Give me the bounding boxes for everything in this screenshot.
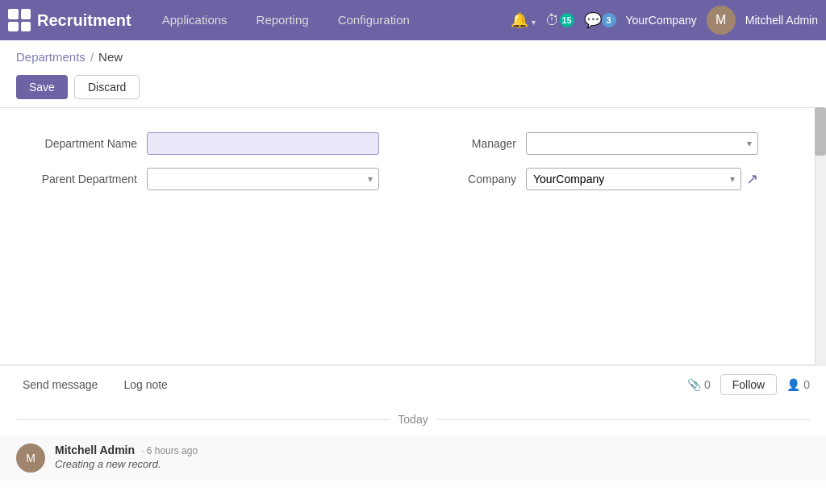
- menu-item-configuration[interactable]: Configuration: [323, 0, 424, 40]
- parent-department-label: Parent Department: [32, 173, 137, 185]
- vertical-scrollbar[interactable]: [815, 107, 826, 365]
- clock-badge[interactable]: ⏱ 15: [545, 12, 574, 29]
- attachments-count: 0: [704, 378, 711, 391]
- avatar[interactable]: M: [707, 6, 736, 35]
- followers-count-group: 👤 0: [786, 378, 810, 391]
- breadcrumb-current: New: [98, 50, 123, 64]
- message-avatar-initials: M: [26, 452, 35, 464]
- notifications-bell[interactable]: 🔔 ▾: [511, 11, 536, 29]
- app-title: Recruitment: [37, 11, 131, 30]
- form-grid: Department Name Parent Department ▾: [32, 132, 758, 190]
- breadcrumb-parent[interactable]: Departments: [16, 50, 86, 64]
- breadcrumb: Departments / New: [0, 40, 826, 70]
- log-note-button[interactable]: Log note: [117, 375, 174, 394]
- message-time: · 6 hours ago: [141, 445, 198, 456]
- messages-list: M Mitchell Admin · 6 hours ago Creating …: [0, 435, 826, 481]
- parent-department-row: Parent Department ▾: [32, 168, 379, 190]
- chat-count: 3: [602, 13, 616, 27]
- manager-select-wrap: ▾: [526, 132, 758, 155]
- paperclip-icon: 📎: [687, 378, 701, 391]
- message-header: Mitchell Admin · 6 hours ago: [55, 444, 810, 456]
- today-divider: Today: [0, 403, 826, 435]
- bell-icon: 🔔: [511, 12, 528, 28]
- message-item: M Mitchell Admin · 6 hours ago Creating …: [0, 435, 826, 481]
- company-row: Company YourCompany ▾ ↗: [411, 168, 758, 190]
- department-name-row: Department Name: [32, 132, 379, 155]
- today-label: Today: [398, 413, 428, 426]
- user-name[interactable]: Mitchell Admin: [745, 14, 818, 27]
- chatter-right: 📎 0 Follow 👤 0: [687, 374, 810, 395]
- company-label: Company: [411, 173, 516, 185]
- message-avatar: M: [16, 444, 45, 473]
- nav-right: 🔔 ▾ ⏱ 15 💬 3 YourCompany M Mitchell Admi…: [511, 6, 818, 35]
- main-menu: Applications Reporting Configuration: [148, 0, 511, 40]
- person-icon: 👤: [786, 378, 800, 391]
- company-selector[interactable]: YourCompany: [626, 14, 697, 27]
- department-name-input[interactable]: [147, 132, 379, 155]
- message-author: Mitchell Admin: [55, 444, 135, 456]
- action-bar: Save Discard: [0, 70, 826, 107]
- chat-icon: 💬: [584, 11, 602, 29]
- parent-department-select[interactable]: [147, 168, 379, 190]
- company-field-group: YourCompany ▾ ↗: [526, 168, 758, 190]
- followers-count: 0: [803, 378, 810, 391]
- save-button[interactable]: Save: [16, 75, 68, 99]
- discard-button[interactable]: Discard: [74, 75, 140, 99]
- scrollbar-thumb[interactable]: [815, 107, 826, 156]
- app-logo[interactable]: Recruitment: [8, 9, 131, 31]
- chat-badge[interactable]: 💬 3: [584, 11, 616, 29]
- clock-count: 15: [560, 13, 574, 27]
- attachments-count-group: 📎 0: [687, 378, 711, 391]
- message-text: Creating a new record.: [55, 458, 810, 470]
- manager-row: Manager ▾: [411, 132, 758, 155]
- form-area: Department Name Parent Department ▾: [0, 107, 826, 365]
- company-select[interactable]: YourCompany: [526, 168, 741, 190]
- menu-item-applications[interactable]: Applications: [148, 0, 242, 40]
- menu-item-reporting[interactable]: Reporting: [242, 0, 323, 40]
- avatar-initials: M: [715, 13, 726, 27]
- breadcrumb-separator: /: [90, 50, 94, 64]
- divider-line-right: [436, 419, 810, 420]
- clock-icon: ⏱: [545, 12, 560, 29]
- form-container: Department Name Parent Department ▾: [0, 107, 826, 365]
- chatter-bar: Send message Log note 📎 0 Follow 👤 0: [0, 365, 826, 403]
- company-external-link-icon[interactable]: ↗: [746, 170, 758, 188]
- divider-line-left: [16, 419, 390, 420]
- parent-department-select-wrap: ▾: [147, 168, 379, 190]
- company-select-wrap: YourCompany ▾: [526, 168, 741, 190]
- top-navigation: Recruitment Applications Reporting Confi…: [0, 0, 826, 40]
- grid-icon: [8, 9, 31, 31]
- follow-button[interactable]: Follow: [720, 374, 777, 395]
- bell-dropdown-icon: ▾: [532, 18, 536, 27]
- department-name-label: Department Name: [32, 137, 137, 150]
- manager-label: Manager: [411, 137, 516, 150]
- message-content: Mitchell Admin · 6 hours ago Creating a …: [55, 444, 810, 473]
- send-message-button[interactable]: Send message: [16, 375, 104, 394]
- manager-select[interactable]: [526, 132, 758, 155]
